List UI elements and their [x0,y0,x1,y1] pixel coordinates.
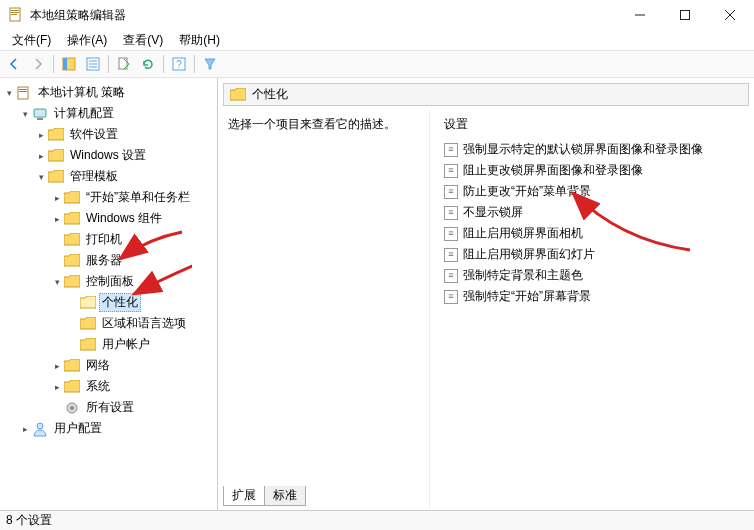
settings-icon [64,400,80,416]
folder-icon [80,338,96,351]
toolbar-separator [108,55,109,73]
setting-label: 阻止更改锁屏界面图像和登录图像 [463,162,643,179]
show-hide-tree-button[interactable] [58,53,80,75]
minimize-button[interactable] [617,0,662,30]
expand-icon[interactable]: ▸ [50,191,64,205]
nav-forward-button[interactable] [27,53,49,75]
svg-rect-20 [34,109,46,117]
expand-icon[interactable]: ▸ [34,128,48,142]
tree-windows-settings[interactable]: ▸Windows 设置 [34,145,215,166]
policy-icon: ≡ [444,290,458,304]
tree-user-config[interactable]: ▸用户配置 [18,418,215,439]
folder-icon [64,359,80,372]
filter-button[interactable] [199,53,221,75]
folder-icon [64,212,80,225]
status-bar: 8 个设置 [0,510,754,530]
tree-computer-config[interactable]: ▾ 计算机配置 [18,103,215,124]
tree-admin-templates[interactable]: ▾管理模板 [34,166,215,187]
tree-printers[interactable]: 打印机 [50,229,215,250]
tree-start-taskbar[interactable]: ▸“开始”菜单和任务栏 [50,187,215,208]
expand-icon[interactable]: ▾ [2,86,16,100]
close-button[interactable] [707,0,752,30]
folder-icon [64,191,80,204]
tree-windows-components[interactable]: ▸Windows 组件 [50,208,215,229]
tree-control-panel[interactable]: ▾控制面板 [50,271,215,292]
setting-item[interactable]: ≡强制特定“开始”屏幕背景 [444,286,750,307]
setting-item[interactable]: ≡强制显示特定的默认锁屏界面图像和登录图像 [444,139,750,160]
tab-standard[interactable]: 标准 [264,486,306,506]
svg-rect-18 [19,89,27,90]
breadcrumb-label: 个性化 [252,86,288,103]
nav-back-button[interactable] [3,53,25,75]
tree-servers[interactable]: 服务器 [50,250,215,271]
menu-view[interactable]: 查看(V) [115,31,171,50]
folder-icon [64,380,80,393]
toolbar-separator [163,55,164,73]
setting-item[interactable]: ≡阻止启用锁屏界面相机 [444,223,750,244]
toolbar-separator [53,55,54,73]
expand-icon[interactable]: ▸ [34,149,48,163]
menu-file[interactable]: 文件(F) [4,31,59,50]
tree-region-language[interactable]: 区域和语言选项 [66,313,215,334]
policy-icon: ≡ [444,143,458,157]
folder-icon [64,275,80,288]
settings-header[interactable]: 设置 [444,116,750,133]
folder-icon [230,88,246,101]
navigation-tree[interactable]: ▾ 本地计算机 策略 ▾ 计算机配置 ▸软件设置 [0,78,218,510]
svg-rect-1 [11,10,19,11]
expand-icon[interactable]: ▸ [18,422,32,436]
tree-all-settings[interactable]: 所有设置 [50,397,215,418]
tree-system[interactable]: ▸系统 [50,376,215,397]
computer-icon [32,106,48,122]
description-prompt: 选择一个项目来查看它的描述。 [228,116,425,133]
expand-icon[interactable]: ▾ [18,107,32,121]
menu-action[interactable]: 操作(A) [59,31,115,50]
setting-item[interactable]: ≡强制特定背景和主题色 [444,265,750,286]
expand-icon[interactable]: ▸ [50,359,64,373]
expand-icon[interactable]: ▸ [50,212,64,226]
settings-list: 设置 ≡强制显示特定的默认锁屏界面图像和登录图像≡阻止更改锁屏界面图像和登录图像… [430,110,754,510]
tree-software-settings[interactable]: ▸软件设置 [34,124,215,145]
user-icon [32,421,48,437]
breadcrumb: 个性化 [223,83,749,106]
policy-icon: ≡ [444,206,458,220]
folder-open-icon [80,296,96,309]
setting-item[interactable]: ≡不显示锁屏 [444,202,750,223]
tree-root[interactable]: ▾ 本地计算机 策略 [2,82,215,103]
expand-icon[interactable]: ▾ [34,170,48,184]
menu-help[interactable]: 帮助(H) [171,31,228,50]
expand-icon[interactable]: ▸ [50,380,64,394]
title-bar: 本地组策略编辑器 [0,0,754,30]
tab-extended[interactable]: 扩展 [223,486,265,506]
setting-label: 阻止启用锁屏界面幻灯片 [463,246,595,263]
folder-icon [64,254,80,267]
toolbar: ? [0,50,754,78]
tree-user-accounts[interactable]: 用户帐户 [66,334,215,355]
refresh-button[interactable] [137,53,159,75]
setting-label: 阻止启用锁屏界面相机 [463,225,583,242]
maximize-button[interactable] [662,0,707,30]
svg-text:?: ? [176,59,182,70]
policy-icon: ≡ [444,185,458,199]
setting-item[interactable]: ≡防止更改“开始”菜单背景 [444,181,750,202]
description-column: 选择一个项目来查看它的描述。 [218,110,430,510]
help-button[interactable]: ? [168,53,190,75]
policy-icon: ≡ [444,227,458,241]
setting-item[interactable]: ≡阻止启用锁屏界面幻灯片 [444,244,750,265]
toolbar-separator [194,55,195,73]
setting-label: 防止更改“开始”菜单背景 [463,183,591,200]
policy-icon [16,85,32,101]
expand-icon[interactable]: ▾ [50,275,64,289]
svg-rect-19 [19,91,27,92]
svg-rect-5 [680,11,689,20]
menu-bar: 文件(F) 操作(A) 查看(V) 帮助(H) [0,30,754,50]
svg-rect-9 [63,58,67,70]
setting-item[interactable]: ≡阻止更改锁屏界面图像和登录图像 [444,160,750,181]
tree-personalization[interactable]: 个性化 [66,292,215,313]
view-list-button[interactable] [82,53,104,75]
tree-network[interactable]: ▸网络 [50,355,215,376]
svg-rect-3 [11,14,17,15]
folder-icon [48,170,64,183]
svg-point-23 [70,406,74,410]
export-button[interactable] [113,53,135,75]
